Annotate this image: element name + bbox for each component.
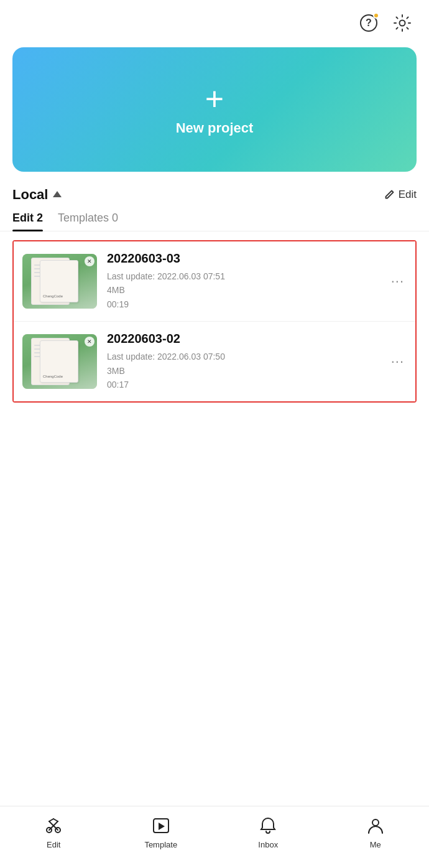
more-options-button[interactable]: ··· bbox=[389, 353, 407, 370]
project-info: 20220603-03 Last update: 2022.06.03 07:5… bbox=[107, 251, 379, 311]
dropdown-arrow-icon bbox=[53, 191, 62, 197]
nav-item-me[interactable]: Me bbox=[322, 815, 430, 849]
thumb-badge-icon: ✕ bbox=[85, 337, 95, 347]
project-last-update: Last update: 2022.06.03 07:51 bbox=[107, 271, 225, 281]
project-thumbnail: ChengCode ✕ bbox=[22, 334, 97, 389]
project-name: 20220603-03 bbox=[107, 251, 379, 266]
nav-item-edit[interactable]: Edit bbox=[0, 815, 108, 849]
nav-item-inbox[interactable]: Inbox bbox=[214, 815, 322, 849]
notification-dot bbox=[373, 12, 379, 19]
bottom-nav: Edit Template Inbox Me bbox=[0, 806, 429, 868]
more-options-button[interactable]: ··· bbox=[389, 273, 407, 289]
project-size: 4MB bbox=[107, 285, 125, 295]
new-project-plus-icon: + bbox=[205, 83, 224, 115]
svg-point-11 bbox=[372, 819, 379, 826]
scissors-icon bbox=[43, 815, 64, 836]
bell-icon bbox=[257, 815, 279, 836]
nav-item-template[interactable]: Template bbox=[108, 815, 215, 849]
svg-line-8 bbox=[53, 819, 58, 821]
table-row[interactable]: ChengCode ✕ 20220603-03 Last update: 202… bbox=[14, 241, 415, 322]
project-name: 20220603-02 bbox=[107, 332, 379, 346]
nav-label-me: Me bbox=[370, 840, 381, 849]
gear-icon[interactable] bbox=[390, 11, 414, 35]
thumb-text: ChengCode bbox=[43, 375, 63, 378]
project-thumbnail: ChengCode ✕ bbox=[22, 254, 97, 309]
nav-label-inbox: Inbox bbox=[258, 840, 278, 849]
thumb-badge-icon: ✕ bbox=[85, 256, 95, 266]
project-meta: Last update: 2022.06.03 07:50 3MB 00:17 bbox=[107, 350, 379, 391]
tabs-bar: Edit 2 Templates 0 bbox=[0, 212, 429, 231]
project-info: 20220603-02 Last update: 2022.06.03 07:5… bbox=[107, 332, 379, 391]
project-list: ChengCode ✕ 20220603-03 Last update: 202… bbox=[12, 240, 417, 403]
edit-button-label: Edit bbox=[399, 189, 417, 201]
person-icon bbox=[365, 815, 386, 836]
new-project-label: New project bbox=[176, 120, 254, 136]
svg-text:?: ? bbox=[366, 17, 372, 28]
section-header: Local Edit bbox=[0, 187, 429, 203]
local-title-wrap[interactable]: Local bbox=[12, 187, 62, 203]
project-duration: 00:19 bbox=[107, 299, 129, 309]
new-project-banner[interactable]: + New project bbox=[12, 47, 417, 172]
header: ? bbox=[0, 0, 429, 41]
tab-edit[interactable]: Edit 2 bbox=[12, 212, 43, 231]
thumb-text: ChengCode bbox=[43, 294, 63, 298]
project-size: 3MB bbox=[107, 366, 125, 376]
nav-label-edit: Edit bbox=[47, 840, 60, 849]
template-icon bbox=[150, 815, 172, 836]
svg-line-7 bbox=[49, 819, 53, 821]
svg-marker-10 bbox=[159, 823, 165, 830]
nav-label-template: Template bbox=[144, 840, 177, 849]
tab-edit-label: Edit 2 bbox=[12, 212, 43, 224]
table-row[interactable]: ChengCode ✕ 20220603-02 Last update: 202… bbox=[14, 322, 415, 401]
tab-templates[interactable]: Templates 0 bbox=[58, 212, 118, 231]
local-section-title: Local bbox=[12, 187, 48, 203]
project-last-update: Last update: 2022.06.03 07:50 bbox=[107, 352, 225, 362]
svg-point-2 bbox=[400, 21, 405, 26]
edit-button[interactable]: Edit bbox=[384, 189, 417, 201]
project-meta: Last update: 2022.06.03 07:51 4MB 00:19 bbox=[107, 269, 379, 311]
project-duration: 00:17 bbox=[107, 380, 129, 390]
tab-templates-label: Templates 0 bbox=[58, 212, 118, 224]
help-icon-wrap[interactable]: ? bbox=[357, 11, 381, 35]
